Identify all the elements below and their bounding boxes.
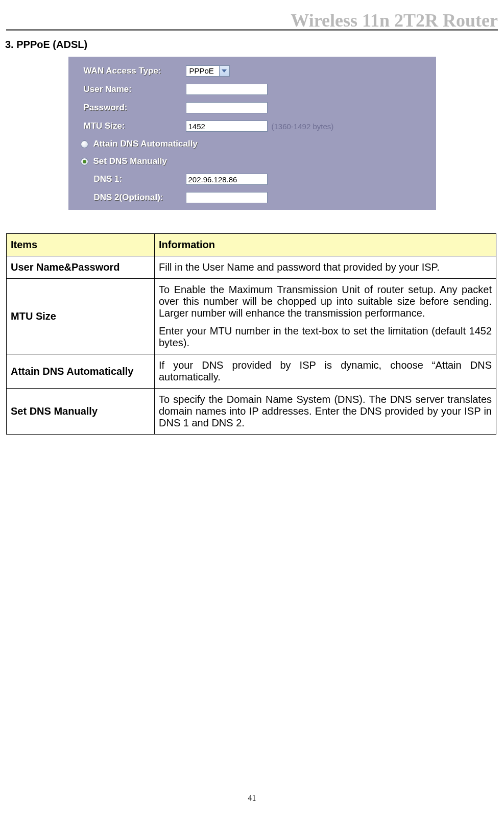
radio-checked-icon [81,158,88,165]
password-row: Password: [68,99,436,117]
page-header-title: Wireless 11n 2T2R Router [291,10,498,31]
mtu-label: MTU Size: [84,121,186,131]
table-row: Attain DNS AutomaticallyIf your DNS prov… [7,354,496,389]
table-row: Set DNS ManuallyTo specify the Domain Na… [7,389,496,435]
item-info: To specify the Domain Name System (DNS).… [155,389,496,435]
item-name: User Name&Password [7,256,155,279]
dns-auto-label: Attain DNS Automatically [93,139,198,149]
dns-manual-label: Set DNS Manually [93,156,167,166]
dns1-input[interactable] [186,174,268,185]
mtu-row: MTU Size: (1360-1492 bytes) [68,117,436,135]
dns1-label: DNS 1: [94,174,186,184]
info-paragraph: Enter your MTU number in the text-box to… [159,325,492,349]
item-name: MTU Size [7,279,155,354]
item-info: To Enable the Maximum Transmission Unit … [155,279,496,354]
dns2-label: DNS 2(Optional): [94,193,186,203]
wan-access-type-row: WAN Access Type: PPPoE [68,62,436,80]
radio-unchecked-icon [81,140,88,148]
info-table: Items Information User Name&PasswordFill… [6,233,496,435]
user-name-row: User Name: [68,80,436,99]
mtu-input[interactable] [186,121,268,132]
page-number: 41 [0,794,504,803]
chevron-down-icon [220,65,230,77]
table-row: User Name&PasswordFill in the User Name … [7,256,496,279]
item-name: Attain DNS Automatically [7,354,155,389]
dns2-row: DNS 2(Optional): [68,188,436,207]
section-title: 3. PPPoE (ADSL) [5,39,499,51]
item-name: Set DNS Manually [7,389,155,435]
dns1-row: DNS 1: [68,170,436,188]
item-info: If your DNS provided by ISP is dynamic, … [155,354,496,389]
info-paragraph: To Enable the Maximum Transmission Unit … [159,284,492,319]
router-config-panel: WAN Access Type: PPPoE User Name: Passwo… [68,57,436,210]
dns-auto-row[interactable]: Attain DNS Automatically [68,135,436,153]
info-paragraph: Fill in the User Name and password that … [159,261,492,273]
dns2-input[interactable] [186,192,268,203]
info-paragraph: To specify the Domain Name System (DNS).… [159,394,492,429]
wan-access-type-select[interactable]: PPPoE [186,65,230,77]
user-name-input[interactable] [186,84,268,95]
header-rule: Wireless 11n 2T2R Router [6,14,498,31]
table-header-row: Items Information [7,234,496,256]
header-items: Items [7,234,155,256]
password-label: Password: [84,103,186,113]
password-input[interactable] [186,102,268,113]
item-info: Fill in the User Name and password that … [155,256,496,279]
info-paragraph: If your DNS provided by ISP is dynamic, … [159,359,492,383]
table-row: MTU SizeTo Enable the Maximum Transmissi… [7,279,496,354]
dns-manual-row[interactable]: Set DNS Manually [68,153,436,170]
header-info: Information [155,234,496,256]
user-name-label: User Name: [84,84,186,94]
wan-access-type-label: WAN Access Type: [84,66,186,76]
svg-marker-0 [222,69,227,73]
mtu-hint: (1360-1492 bytes) [272,122,334,131]
wan-access-type-value: PPPoE [186,65,220,77]
